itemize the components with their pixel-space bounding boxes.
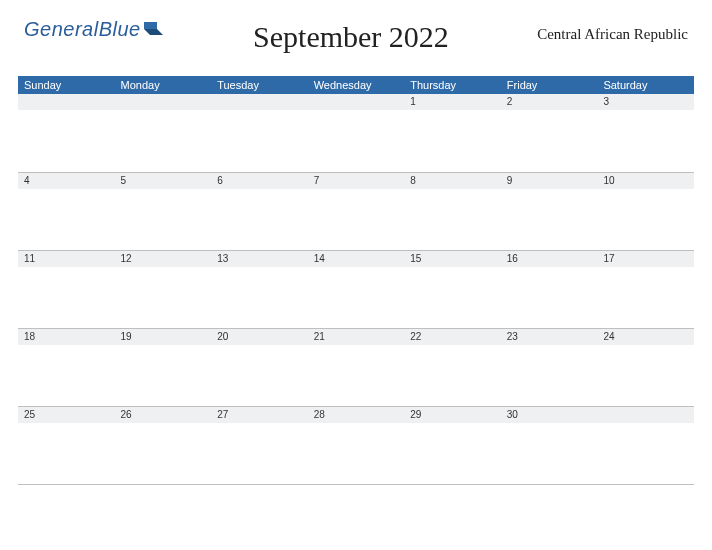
weekday-sunday: Sunday [18,76,115,94]
region-label: Central African Republic [537,26,688,43]
day-cell: 12 [115,250,212,328]
week-row: 11 12 13 14 15 16 17 [18,250,694,328]
day-cell: 15 [404,250,501,328]
day-cell: 24 [597,328,694,406]
day-cell: 19 [115,328,212,406]
day-cell: 10 [597,172,694,250]
weekday-wednesday: Wednesday [308,76,405,94]
brand-part1: General [24,18,99,40]
day-cell [115,94,212,172]
weekday-thursday: Thursday [404,76,501,94]
week-row: 1 2 3 [18,94,694,172]
day-cell: 9 [501,172,598,250]
brand-part2: Blue [99,18,141,40]
day-cell: 23 [501,328,598,406]
day-cell: 16 [501,250,598,328]
day-cell [211,94,308,172]
day-cell: 21 [308,328,405,406]
day-cell: 3 [597,94,694,172]
header: GeneralBlue September 2022 Central Afric… [18,18,694,54]
week-row: 18 19 20 21 22 23 24 [18,328,694,406]
day-cell: 26 [115,406,212,484]
week-row: 4 5 6 7 8 9 10 [18,172,694,250]
day-number: 29 [404,407,501,423]
day-number [597,407,694,423]
day-number: 13 [211,251,308,267]
brand-flag-icon [143,20,165,38]
calendar-title: September 2022 [165,20,538,54]
day-number: 22 [404,329,501,345]
weekday-header-row: Sunday Monday Tuesday Wednesday Thursday… [18,76,694,94]
day-number: 3 [597,94,694,110]
day-number [211,94,308,110]
day-number [308,94,405,110]
day-cell: 2 [501,94,598,172]
day-number: 14 [308,251,405,267]
day-cell: 18 [18,328,115,406]
day-number [18,94,115,110]
day-number: 16 [501,251,598,267]
day-cell [18,94,115,172]
day-number [115,94,212,110]
day-number: 27 [211,407,308,423]
day-cell: 28 [308,406,405,484]
day-cell: 11 [18,250,115,328]
day-number: 8 [404,173,501,189]
brand-logo: GeneralBlue [24,18,165,41]
day-number: 17 [597,251,694,267]
day-number: 10 [597,173,694,189]
day-cell: 22 [404,328,501,406]
day-cell: 29 [404,406,501,484]
day-number: 15 [404,251,501,267]
day-cell: 14 [308,250,405,328]
day-number: 18 [18,329,115,345]
day-cell: 17 [597,250,694,328]
week-row: 25 26 27 28 29 30 [18,406,694,484]
day-cell [308,94,405,172]
day-number: 9 [501,173,598,189]
weekday-tuesday: Tuesday [211,76,308,94]
day-number: 5 [115,173,212,189]
weekday-saturday: Saturday [597,76,694,94]
day-number: 2 [501,94,598,110]
day-cell: 4 [18,172,115,250]
day-cell: 7 [308,172,405,250]
day-cell: 25 [18,406,115,484]
day-number: 21 [308,329,405,345]
day-number: 6 [211,173,308,189]
day-cell: 27 [211,406,308,484]
day-cell: 1 [404,94,501,172]
day-number: 26 [115,407,212,423]
day-cell: 13 [211,250,308,328]
day-number: 24 [597,329,694,345]
weekday-friday: Friday [501,76,598,94]
day-cell: 20 [211,328,308,406]
day-number: 7 [308,173,405,189]
day-number: 4 [18,173,115,189]
calendar-grid: Sunday Monday Tuesday Wednesday Thursday… [18,76,694,485]
brand-name: GeneralBlue [24,18,141,41]
day-number: 11 [18,251,115,267]
day-number: 19 [115,329,212,345]
day-number: 23 [501,329,598,345]
day-number: 28 [308,407,405,423]
day-cell [597,406,694,484]
day-cell: 6 [211,172,308,250]
day-cell: 30 [501,406,598,484]
weekday-monday: Monday [115,76,212,94]
day-cell: 8 [404,172,501,250]
day-number: 1 [404,94,501,110]
day-number: 20 [211,329,308,345]
day-cell: 5 [115,172,212,250]
day-number: 12 [115,251,212,267]
day-number: 25 [18,407,115,423]
day-number: 30 [501,407,598,423]
